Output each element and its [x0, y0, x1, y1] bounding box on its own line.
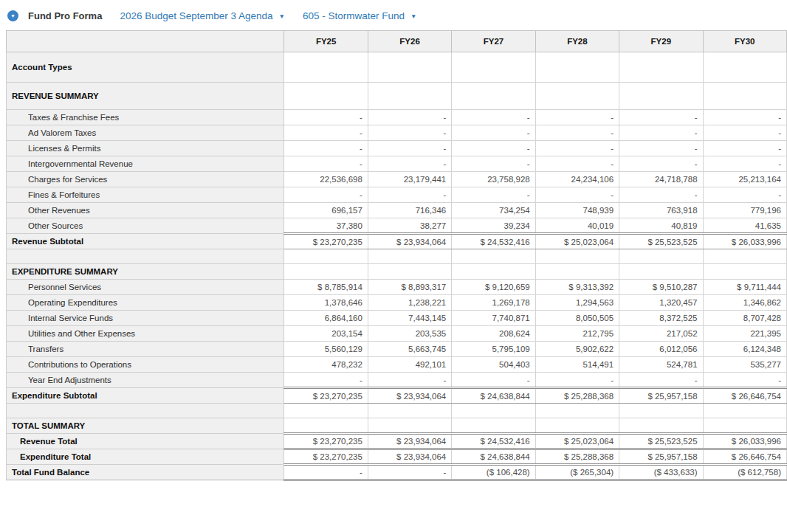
table-cell-fy26: 716,346	[368, 203, 451, 218]
table-cell-fy27	[452, 264, 535, 280]
table-cell-fy26: -	[368, 125, 451, 141]
table-row: Licenses & Permits------	[7, 141, 787, 156]
table-row: Expenditure Subtotal$ 23,270,235$ 23,934…	[7, 388, 787, 404]
table-cell-fy27: -	[452, 110, 535, 125]
table-cell-fy27: 504,403	[452, 357, 535, 373]
table-cell-fy27: 734,254	[452, 203, 535, 218]
table-cell-fy30: $ 9,711,444	[703, 280, 786, 295]
row-label: Account Types	[7, 52, 284, 83]
table-cell-fy28: -	[535, 125, 619, 141]
table-body: Account TypesREVENUE SUMMARYTaxes & Fran…	[7, 52, 787, 480]
table-cell-fy26	[368, 264, 451, 280]
table-cell-fy26: -	[368, 465, 451, 480]
page-title: Fund Pro Forma	[28, 10, 102, 21]
table-cell-fy26: $ 8,893,317	[368, 280, 451, 295]
table-row: Taxes & Franchise Fees------	[7, 110, 787, 125]
table-cell-fy26	[368, 52, 451, 83]
table-row: Ad Valorem Taxes------	[7, 125, 787, 141]
table-cell-fy25: $ 23,270,235	[284, 234, 368, 249]
table-cell-fy29	[619, 264, 703, 280]
table-cell-fy28: 212,795	[535, 326, 619, 342]
table-cell-fy27: 7,740,871	[452, 311, 535, 326]
table-cell-fy29: 40,819	[619, 218, 703, 234]
table-cell-fy30: -	[703, 141, 786, 156]
table-cell-fy25: 696,157	[284, 203, 368, 218]
collapse-section-icon[interactable]: ▼	[7, 10, 18, 21]
row-label: Other Revenues	[7, 203, 284, 218]
table-cell-fy30: -	[703, 125, 786, 141]
column-header-fy27: FY27	[452, 31, 535, 52]
table-row: Year End Adjustments------	[7, 373, 787, 388]
column-header-fy30: FY30	[703, 31, 786, 52]
table-cell-fy29: $ 25,523,525	[619, 234, 703, 249]
table-cell-fy25: 1,378,646	[284, 295, 368, 311]
row-label: Year End Adjustments	[7, 373, 284, 388]
table-cell-fy27: $ 24,638,844	[452, 388, 535, 404]
table-cell-fy25	[284, 418, 368, 434]
table-cell-fy28	[535, 249, 619, 264]
table-cell-fy27: ($ 106,428)	[452, 465, 535, 480]
table-row: EXPENDITURE SUMMARY	[7, 264, 787, 280]
table-cell-fy29: -	[619, 110, 703, 125]
row-label: Internal Service Funds	[7, 311, 284, 326]
table-cell-fy25: -	[284, 110, 368, 125]
table-cell-fy26: 7,443,145	[368, 311, 451, 326]
table-row: Total Fund Balance--($ 106,428)($ 265,30…	[7, 465, 787, 480]
table-cell-fy29	[619, 404, 703, 418]
table-cell-fy30: $ 26,646,754	[703, 449, 786, 465]
table-cell-fy26: -	[368, 156, 451, 172]
table-cell-fy27	[452, 83, 535, 110]
row-label: Licenses & Permits	[7, 141, 284, 156]
row-label: Personnel Services	[7, 280, 284, 295]
row-label: Charges for Services	[7, 172, 284, 187]
table-cell-fy30	[703, 249, 786, 264]
table-cell-fy28: -	[535, 156, 619, 172]
table-cell-fy27: 23,758,928	[452, 172, 535, 187]
table-cell-fy28: -	[535, 110, 619, 125]
table-cell-fy30: ($ 612,758)	[703, 465, 786, 480]
table-cell-fy30: -	[703, 373, 786, 388]
table-cell-fy29: -	[619, 125, 703, 141]
table-row: Internal Service Funds6,864,1607,443,145…	[7, 311, 787, 326]
budget-version-dropdown[interactable]: 2026 Budget September 3 Agenda ▼	[120, 10, 285, 21]
table-cell-fy29: $ 25,523,525	[619, 434, 703, 449]
table-cell-fy26: 38,277	[368, 218, 451, 234]
table-row: Utilities and Other Expenses203,154203,5…	[7, 326, 787, 342]
table-cell-fy29: 524,781	[619, 357, 703, 373]
column-header-fy26: FY26	[368, 31, 451, 52]
table-cell-fy29: $ 25,957,158	[619, 449, 703, 465]
table-header: FY25FY26FY27FY28FY29FY30	[7, 31, 787, 52]
table-cell-fy30	[703, 83, 786, 110]
table-cell-fy27: -	[452, 373, 535, 388]
table-cell-fy29: 24,718,788	[619, 172, 703, 187]
table-cell-fy30: 8,707,428	[703, 311, 786, 326]
table-cell-fy28: -	[535, 187, 619, 203]
table-cell-fy30	[703, 52, 786, 83]
table-cell-fy28: 1,294,563	[535, 295, 619, 311]
table-cell-fy25: 203,154	[284, 326, 368, 342]
table-cell-fy26	[368, 404, 451, 418]
table-cell-fy26	[368, 83, 451, 110]
table-cell-fy26: 492,101	[368, 357, 451, 373]
row-label: Operating Expenditures	[7, 295, 284, 311]
table-cell-fy28: 8,050,505	[535, 311, 619, 326]
row-label: Fines & Forfeitures	[7, 187, 284, 203]
table-cell-fy26: 23,179,441	[368, 172, 451, 187]
row-label: Intergovernmental Revenue	[7, 156, 284, 172]
chevron-down-icon: ▼	[410, 12, 416, 20]
row-label: REVENUE SUMMARY	[7, 83, 284, 110]
table-row: Account Types	[7, 52, 787, 83]
table-row: Other Sources37,38038,27739,23440,01940,…	[7, 218, 787, 234]
table-cell-fy25: -	[284, 373, 368, 388]
table-cell-fy30: 1,346,862	[703, 295, 786, 311]
table-cell-fy27: 208,624	[452, 326, 535, 342]
table-cell-fy26: $ 23,934,064	[368, 388, 451, 404]
fund-dropdown[interactable]: 605 - Stormwater Fund ▼	[303, 10, 416, 21]
table-cell-fy25: -	[284, 465, 368, 480]
table-cell-fy28: $ 25,288,368	[535, 449, 619, 465]
column-header-fy25: FY25	[284, 31, 368, 52]
table-cell-fy27: 39,234	[452, 218, 535, 234]
table-cell-fy29: 8,372,525	[619, 311, 703, 326]
table-cell-fy25	[284, 404, 368, 418]
table-row: Intergovernmental Revenue------	[7, 156, 787, 172]
